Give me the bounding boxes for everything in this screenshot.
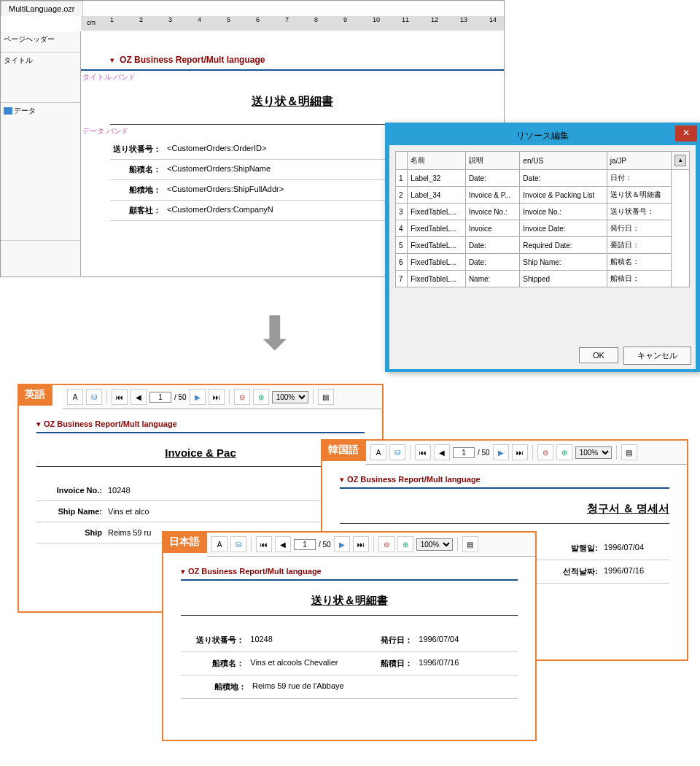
ruler-unit: cm <box>87 19 96 26</box>
file-tab[interactable]: MultiLanguage.ozr <box>1 1 83 16</box>
header-text: OZ Business Report/Mult language <box>120 55 265 65</box>
next-page-icon[interactable]: ▶ <box>493 444 509 460</box>
dialog-title: リソース編集 ✕ <box>389 127 696 145</box>
data-icon <box>4 107 12 115</box>
lang-tag-ko: 韓国語 <box>321 439 366 461</box>
close-button[interactable]: ✕ <box>675 125 697 142</box>
zoom-out-icon[interactable]: ⊖ <box>378 536 394 552</box>
last-page-icon[interactable]: ⏭ <box>512 444 528 460</box>
table-row: 7FixedTableL...Name:Shipped船積日： <box>396 271 690 287</box>
zoom-in-icon[interactable]: ⊕ <box>556 444 572 460</box>
first-page-icon[interactable]: ⏮ <box>415 444 431 460</box>
page-total: / 50 <box>174 393 187 401</box>
page-input[interactable] <box>149 392 171 403</box>
doc-title-en: Invoice & Pac <box>36 446 365 467</box>
arrow-down-icon: ⬇ <box>255 306 295 360</box>
page-input[interactable] <box>453 447 475 458</box>
title-band-label: タイトル バンド <box>81 71 504 84</box>
last-page-icon[interactable]: ⏭ <box>353 536 369 552</box>
table-row: 3FixedTableL...Invoice No.:Invoice No.:送… <box>396 204 690 220</box>
tool-a-icon[interactable]: A <box>211 536 228 552</box>
cancel-button[interactable]: キャンセル <box>623 347 691 365</box>
tool-db-icon[interactable]: ⛁ <box>86 389 102 405</box>
doc-title-ko: 청구서 ＆ 명세서 <box>340 502 669 524</box>
zoom-select[interactable]: 100% <box>575 446 612 459</box>
tool-db-icon[interactable]: ⛁ <box>389 444 405 460</box>
zoom-select[interactable]: 100% <box>416 538 453 551</box>
preview-toolbar: A ⛁ ⏮ ◀ / 50 ▶ ⏭ ⊖ ⊕ 100% ▤ <box>63 385 382 409</box>
preview-japanese: 日本語 A ⛁ ⏮ ◀ / 50 ▶ ⏭ ⊖ ⊕ 100% ▤ ▾OZ Busi… <box>162 531 537 741</box>
collapse-icon: ▾ <box>110 55 114 65</box>
sidebar-data[interactable]: データ <box>1 103 80 241</box>
ok-button[interactable]: OK <box>579 347 618 363</box>
resource-grid[interactable]: 名前 説明 en/US ja/JP ▴ 1Label_32Date:Date:日… <box>395 151 690 287</box>
tool-a-icon[interactable]: A <box>370 444 386 460</box>
table-row: 6FixedTableL...Date:Ship Name:船積名： <box>396 254 690 271</box>
resource-edit-dialog: リソース編集 ✕ 名前 説明 en/US ja/JP ▴ 1Label_32Da… <box>385 123 700 372</box>
lang-tag-ja: 日本語 <box>162 531 207 553</box>
page-input[interactable] <box>294 539 316 550</box>
first-page-icon[interactable]: ⏮ <box>256 536 272 552</box>
prev-page-icon[interactable]: ◀ <box>275 536 291 552</box>
last-page-icon[interactable]: ⏭ <box>209 389 225 405</box>
sidebar-page-header[interactable]: ページヘッダー <box>1 31 80 53</box>
prev-page-icon[interactable]: ◀ <box>131 389 147 405</box>
scroll-up-icon[interactable]: ▴ <box>674 155 686 166</box>
zoom-in-icon[interactable]: ⊕ <box>397 536 413 552</box>
ruler: cm 1 2 3 4 5 6 7 8 9 10 11 12 13 14 <box>81 16 504 31</box>
page-header-band[interactable]: ▾ OZ Business Report/Mult language <box>81 50 504 71</box>
tool-db-icon[interactable]: ⛁ <box>230 536 246 552</box>
next-page-icon[interactable]: ▶ <box>190 389 206 405</box>
prev-page-icon[interactable]: ◀ <box>434 444 450 460</box>
table-row: 4FixedTableL...InvoiceInvoice Date:発行日： <box>396 220 690 237</box>
tool-extra-icon[interactable]: ▤ <box>462 536 478 552</box>
sidebar-title[interactable]: タイトル <box>1 53 80 103</box>
zoom-out-icon[interactable]: ⊖ <box>234 389 250 405</box>
zoom-select[interactable]: 100% <box>272 391 308 403</box>
next-page-icon[interactable]: ▶ <box>334 536 350 552</box>
zoom-out-icon[interactable]: ⊖ <box>537 444 553 460</box>
tool-extra-icon[interactable]: ▤ <box>621 444 637 460</box>
lang-tag-en: 英語 <box>18 384 52 406</box>
zoom-in-icon[interactable]: ⊕ <box>253 389 269 405</box>
table-row: 5FixedTableL...Date:Required Date:要請日： <box>396 237 690 254</box>
doc-title[interactable]: 送り状＆明細書 <box>110 84 475 120</box>
table-row: 1Label_32Date:Date:日付： <box>396 170 690 187</box>
tool-extra-icon[interactable]: ▤ <box>318 389 334 405</box>
first-page-icon[interactable]: ⏮ <box>112 389 128 405</box>
table-row: 2Label_34Invoice & P...Invoice & Packing… <box>396 187 690 204</box>
tool-a-icon[interactable]: A <box>67 389 83 405</box>
preview-toolbar: A ⛁ ⏮ ◀ / 50 ▶ ⏭ ⊖ ⊕ 100% ▤ <box>366 441 687 465</box>
preview-toolbar: A ⛁ ⏮ ◀ / 50 ▶ ⏭ ⊖ ⊕ 100% ▤ <box>207 533 535 557</box>
doc-title-ja: 送り状＆明細書 <box>181 594 518 616</box>
band-sidebar: ページヘッダー タイトル データ <box>1 31 81 276</box>
